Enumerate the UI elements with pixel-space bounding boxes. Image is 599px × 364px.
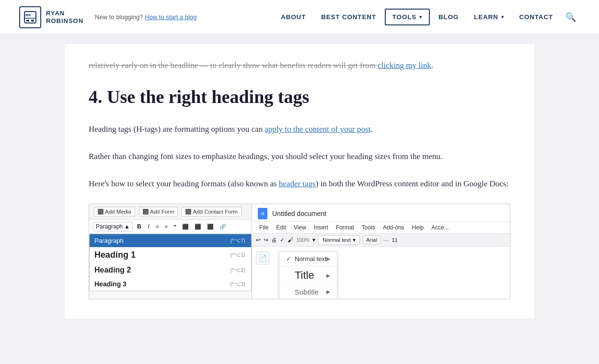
paragraph-select-arrow-icon: ▲ xyxy=(124,223,130,230)
tagline-link[interactable]: How to start a blog xyxy=(145,13,196,21)
gdocs-toolbar: ↩ ↪ 🖨 ✓ 🖌 100% ▾ Normal text ▾ Arial — 1… xyxy=(252,234,510,247)
section-heading: 4. Use the right heading tags xyxy=(89,86,510,108)
apply-link[interactable]: apply to the content of your post xyxy=(265,125,370,134)
clicking-link[interactable]: clicking my link xyxy=(378,61,431,70)
dropdown-heading3[interactable]: Heading 3 (^⌥3) xyxy=(90,277,251,291)
gdocs-content-area: 📄 ✓ Normal text ▶ Title ▶ Su xyxy=(252,247,510,299)
gdocs-title-option[interactable]: Title ▶ xyxy=(279,266,337,285)
tagline: New to blogging? How to start a blog xyxy=(95,13,196,21)
intro-paragraph: relatively early on in the headline — to… xyxy=(89,58,510,73)
gdocs-menu-view[interactable]: View xyxy=(290,223,310,232)
redo-icon[interactable]: ↪ xyxy=(264,237,268,243)
body-para-2: Rather than changing font sizes to empha… xyxy=(89,149,510,164)
align-right-icon[interactable]: ⬛ xyxy=(205,223,216,231)
gdocs-icon xyxy=(258,208,267,219)
italic-button[interactable]: I xyxy=(146,222,152,231)
print-icon[interactable]: 🖨 xyxy=(271,237,277,243)
nav-contact[interactable]: CONTACT xyxy=(512,10,560,24)
title-arrow-icon: ▶ xyxy=(326,273,330,279)
gdocs-menu-addons[interactable]: Add-ons xyxy=(380,223,408,232)
dropdown-paragraph[interactable]: Paragraph (^⌥7) xyxy=(90,234,251,247)
check-icon: ✓ xyxy=(286,255,295,262)
screenshot-mockup: Add Media Add Form Add Contact Form Para… xyxy=(89,204,510,299)
wp-toolbar-row1: Add Media Add Form Add Contact Form xyxy=(89,204,252,220)
gdocs-doc-title: Untitled document xyxy=(272,210,326,217)
logo-text: RYAN ROBINSON xyxy=(46,10,83,24)
gdocs-menu-format[interactable]: Format xyxy=(333,223,357,232)
site-header: RR RYAN ROBINSON New to blogging? How to… xyxy=(0,0,599,34)
subtitle-arrow-icon: ▶ xyxy=(326,289,330,295)
normal-text-arrow-icon: ▶ xyxy=(326,256,330,262)
nav-learn[interactable]: LEARN ▾ xyxy=(467,10,510,24)
gdocs-menu-acce[interactable]: Acce... xyxy=(428,223,452,232)
bold-button[interactable]: B xyxy=(135,222,144,231)
nav-blog[interactable]: BLOG xyxy=(432,10,465,24)
header-left: RR RYAN ROBINSON New to blogging? How to… xyxy=(19,6,197,28)
list-ol-icon[interactable]: ≡ xyxy=(162,223,169,230)
wp-format-bar: Paragraph ▲ B I ≡ ≡ ❝ ⬛ ⬛ ⬛ 🔗 xyxy=(89,220,252,234)
google-docs-mockup: Untitled document File Edit View Insert … xyxy=(252,204,510,299)
svg-rect-4 xyxy=(31,20,34,22)
gdocs-style-dropdown: ✓ Normal text ▶ Title ▶ Subtitle ▶ xyxy=(279,251,337,299)
nav-about[interactable]: ABOUT xyxy=(274,10,312,24)
align-left-icon[interactable]: ⬛ xyxy=(180,223,191,231)
dropdown-heading2[interactable]: Heading 2 (^⌥2) xyxy=(90,263,251,277)
learn-chevron-icon: ▾ xyxy=(501,14,504,20)
add-form-icon xyxy=(143,209,149,215)
paint-icon[interactable]: 🖌 xyxy=(288,237,293,243)
gdocs-normal-text[interactable]: ✓ Normal text ▶ xyxy=(279,252,337,266)
search-icon[interactable]: 🔍 xyxy=(562,8,580,26)
page-wrapper: relatively early on in the headline — to… xyxy=(0,34,599,333)
gdocs-menu-bar: File Edit View Insert Format Tools Add-o… xyxy=(252,222,510,234)
header-tags-link[interactable]: header tags xyxy=(279,179,316,188)
gdocs-title-bar: Untitled document xyxy=(252,204,510,222)
gdocs-style-select[interactable]: Normal text ▾ xyxy=(318,235,360,245)
nav-best-content[interactable]: BEST CONTENT xyxy=(314,10,383,24)
add-media-button[interactable]: Add Media xyxy=(94,207,135,216)
logo[interactable]: RR RYAN ROBINSON xyxy=(19,6,83,28)
tools-chevron-icon: ▾ xyxy=(419,14,422,20)
undo-icon[interactable]: ↩ xyxy=(256,237,261,243)
blockquote-icon[interactable]: ❝ xyxy=(172,223,178,231)
logo-icon: RR xyxy=(19,6,41,28)
paragraph-select[interactable]: Paragraph ▲ xyxy=(93,222,133,231)
add-contact-icon xyxy=(185,209,191,215)
wp-format-dropdown: Paragraph (^⌥7) Heading 1 (^⌥1) Heading … xyxy=(89,234,252,291)
add-media-icon xyxy=(98,209,104,215)
svg-rect-3 xyxy=(26,20,29,22)
wordpress-editor-mockup: Add Media Add Form Add Contact Form Para… xyxy=(89,204,252,299)
body-para-3: Here's how to select your heading format… xyxy=(89,177,510,192)
add-form-button[interactable]: Add Form xyxy=(139,207,178,216)
gdocs-doc-icon: 📄 xyxy=(256,251,269,265)
gdocs-menu-help[interactable]: Help xyxy=(409,223,427,232)
add-contact-form-button[interactable]: Add Contact Form xyxy=(182,207,241,216)
gdocs-font-select[interactable]: Arial xyxy=(363,236,380,244)
style-chevron-icon: ▾ xyxy=(353,237,356,243)
spell-icon[interactable]: ✓ xyxy=(280,237,285,243)
main-nav: ABOUT BEST CONTENT TOOLS ▾ BLOG LEARN ▾ … xyxy=(274,8,580,26)
gdocs-menu-file[interactable]: File xyxy=(256,223,272,232)
content-card: relatively early on in the headline — to… xyxy=(65,44,534,318)
link-icon[interactable]: 🔗 xyxy=(218,223,228,231)
gdocs-menu-edit[interactable]: Edit xyxy=(273,223,289,232)
nav-tools[interactable]: TOOLS ▾ xyxy=(385,9,430,25)
svg-text:RR: RR xyxy=(25,13,31,17)
list-ul-icon[interactable]: ≡ xyxy=(154,223,161,230)
gdocs-menu-insert[interactable]: Insert xyxy=(311,223,332,232)
gdocs-menu-tools[interactable]: Tools xyxy=(358,223,379,232)
body-para-1: Heading tags (H-tags) are formatting opt… xyxy=(89,122,510,137)
align-center-icon[interactable]: ⬛ xyxy=(193,223,203,231)
dropdown-heading1[interactable]: Heading 1 (^⌥1) xyxy=(90,247,251,263)
gdocs-subtitle-option[interactable]: Subtitle ▶ xyxy=(279,285,337,299)
zoom-chevron-icon[interactable]: ▾ xyxy=(312,237,315,243)
